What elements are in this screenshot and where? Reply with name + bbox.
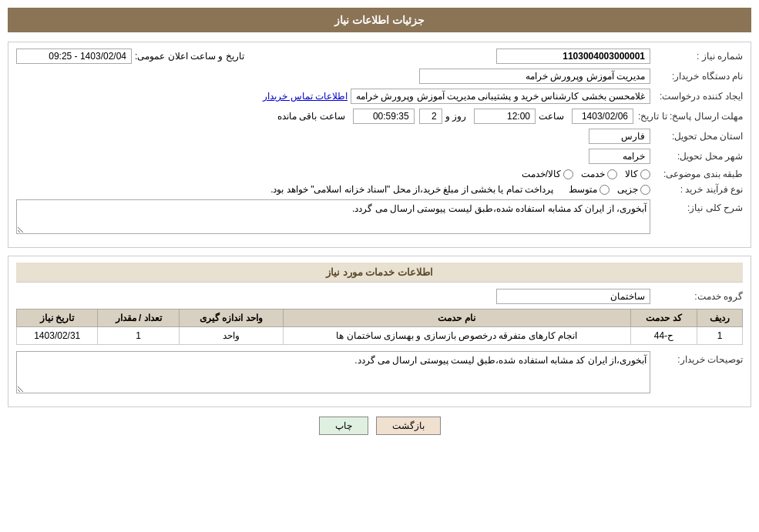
etela-tamas-link[interactable]: اطلاعات تماس خریدار	[263, 91, 348, 102]
radio-motavaset-label: متوسط	[569, 184, 597, 195]
row-farayand: نوع فرآیند خرید : جزیی متوسط پرداخت تمام…	[16, 184, 743, 195]
row-mohlat: مهلت ارسال پاسخ: تا تاریخ: 1403/02/06 سا…	[16, 109, 743, 124]
print-button[interactable]: چاپ	[319, 417, 368, 435]
cell-tarikh: 1403/02/31	[17, 327, 98, 345]
roz-label: روز و	[445, 111, 466, 122]
col-kod: کد حدمت	[630, 309, 697, 327]
radio-kala-khedmat-label: کالا/خدمت	[522, 169, 561, 179]
khadamat-table: ردیف کد حدمت نام حدمت واحد اندازه گیری ت…	[16, 309, 743, 345]
nam-dastgah-label: نام دستگاه خریدار:	[650, 71, 743, 82]
page-wrapper: جزئیات اطلاعات نیاز شماره نیاز : 1103004…	[0, 0, 759, 532]
khadamat-section: اطلاعات خدمات مورد نیاز گروه خدمت: ساختم…	[8, 256, 751, 407]
col-radif: ردیف	[697, 309, 743, 327]
saat-value: 12:00	[474, 109, 536, 124]
cell-tedaad: 1	[98, 327, 179, 345]
ijad-konande-label: ایجاد کننده درخواست:	[650, 91, 743, 102]
tabaghebandi-label: طبقه بندی موضوعی:	[650, 169, 743, 179]
radio-khedmat-input[interactable]	[607, 169, 617, 179]
grooh-khedmat-value: ساختمان	[496, 289, 650, 304]
col-tedaad: تعداد / مقدار	[98, 309, 179, 327]
radio-group-tabaghebandi: کالا خدمت کالا/خدمت	[522, 169, 650, 179]
radio-khedmat-label: خدمت	[581, 169, 605, 179]
radio-motavaset-input[interactable]	[599, 185, 610, 195]
radio-group-farayand: جزیی متوسط پرداخت تمام یا بخشی از مبلغ خ…	[270, 184, 650, 195]
col-nam: نام حدمت	[283, 309, 630, 327]
row-ostan: استان محل تحویل: فارس	[16, 129, 743, 144]
col-vahed: واحد اندازه گیری	[179, 309, 283, 327]
cell-radif: 1	[697, 327, 743, 345]
page-header: جزئیات اطلاعات نیاز	[8, 8, 751, 32]
radio-kala-label: کالا	[625, 169, 638, 179]
ijad-konande-value: غلامحسن بخشی کارشناس خرید و پشتیبانی مدی…	[351, 89, 650, 104]
shomara-niaz-value: 1103004003000001	[496, 49, 650, 64]
now-farayand-label: نوع فرآیند خرید :	[650, 184, 743, 195]
row-shahr: شهر محل تحویل: خرامه	[16, 149, 743, 164]
shahr-label: شهر محل تحویل:	[650, 151, 743, 162]
radio-kala-khedmat-item[interactable]: کالا/خدمت	[522, 169, 573, 179]
saat-mande-value: 00:59:35	[353, 109, 415, 124]
radio-khedmat-item[interactable]: خدمت	[581, 169, 617, 179]
radio-jozi-input[interactable]	[640, 185, 650, 195]
radio-kala-input[interactable]	[640, 169, 650, 179]
button-row: بازگشت چاپ	[8, 417, 751, 435]
col-tarikh: تاریخ نیاز	[17, 309, 98, 327]
ostan-value: فارس	[589, 129, 650, 144]
shahr-value: خرامه	[589, 149, 650, 164]
row-tosih: توصیحات خریدار:	[16, 351, 743, 396]
pardakht-text: پرداخت تمام یا بخشی از مبلغ خرید،از محل …	[270, 184, 553, 195]
mohlat-label: مهلت ارسال پاسخ: تا تاریخ:	[633, 111, 743, 122]
row-dastgah: نام دستگاه خریدار: مدیریت آموزش وپرورش خ…	[16, 69, 743, 84]
radio-jozi-item[interactable]: جزیی	[617, 184, 650, 195]
tarikh-aelam-value: 1403/02/04 - 09:25	[16, 49, 132, 64]
nam-dastgah-value: مدیریت آموزش وپرورش خرامه	[419, 69, 650, 84]
back-button[interactable]: بازگشت	[376, 417, 441, 435]
saat-label: ساعت	[539, 111, 564, 122]
radio-kala-khedmat-input[interactable]	[563, 169, 573, 179]
row-sharh: شرح کلی نیاز:	[16, 199, 743, 236]
table-row: 1 ح-44 انجام کارهای متفرقه درخصوص بازساز…	[17, 327, 743, 345]
main-section: شماره نیاز : 1103004003000001 تاریخ و سا…	[8, 42, 751, 248]
shomara-niaz-label: شماره نیاز :	[650, 51, 743, 62]
row-grooh: گروه خدمت: ساختمان	[16, 289, 743, 304]
row-tabaghebandi: طبقه بندی موضوعی: کالا خدمت کالا/خدمت	[16, 169, 743, 179]
cell-vahed: واحد	[179, 327, 283, 345]
grooh-khedmat-label: گروه خدمت:	[650, 291, 743, 302]
cell-nam: انجام کارهای متفرقه درخصوص بازسازی و بهس…	[283, 327, 630, 345]
row-shomara: شماره نیاز : 1103004003000001 تاریخ و سا…	[16, 49, 743, 64]
roz-value: 2	[419, 109, 442, 124]
cell-kod: ح-44	[630, 327, 697, 345]
radio-motavaset-item[interactable]: متوسط	[569, 184, 610, 195]
tosih-textarea[interactable]	[16, 351, 650, 393]
row-ijad: ایجاد کننده درخواست: غلامحسن بخشی کارشنا…	[16, 89, 743, 104]
ostan-label: استان محل تحویل:	[650, 131, 743, 142]
tarikh-value: 1403/02/06	[572, 109, 633, 124]
tarikh-aelam-label: تاریخ و ساعت اعلان عمومی:	[135, 51, 244, 62]
radio-jozi-label: جزیی	[617, 184, 638, 195]
tosih-label: توصیحات خریدار:	[650, 354, 743, 365]
sharh-label: شرح کلی نیاز:	[650, 202, 743, 213]
radio-kala-item[interactable]: کالا	[625, 169, 650, 179]
sharh-textarea[interactable]	[16, 199, 650, 234]
page-title: جزئیات اطلاعات نیاز	[334, 14, 425, 26]
khadamat-section-title: اطلاعات خدمات مورد نیاز	[16, 263, 743, 283]
saat-mande-label: ساعت باقی مانده	[277, 111, 345, 122]
